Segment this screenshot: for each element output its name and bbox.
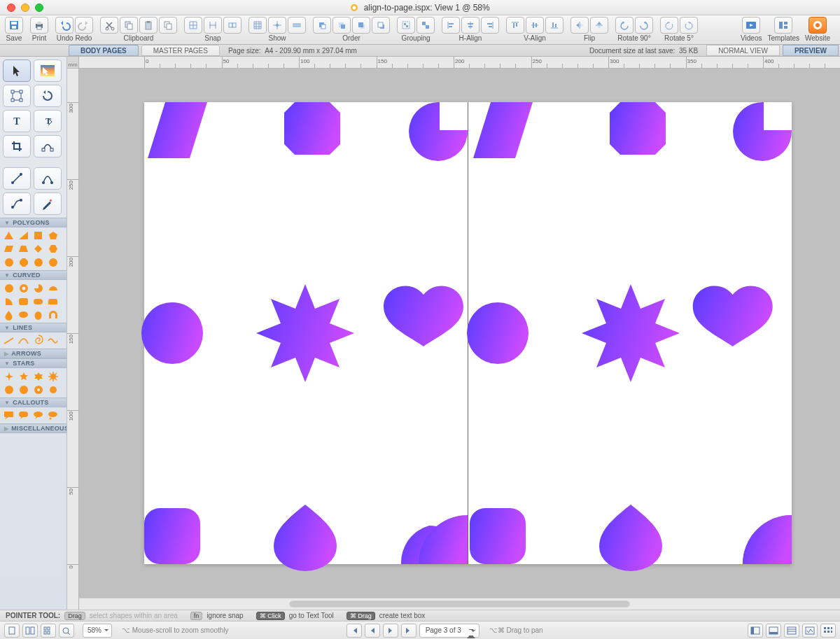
shape-donut-icon[interactable] [18,283,29,293]
copy-button[interactable] [120,17,138,34]
flip-h-button[interactable] [570,17,589,34]
shape-pentagon-icon[interactable] [47,230,59,241]
print-button[interactable] [30,17,48,34]
text-tool[interactable]: T [3,110,31,132]
zoom-select[interactable]: 58% [83,624,112,638]
direct-select-tool[interactable] [34,59,62,82]
shape-diamond-icon[interactable] [32,244,44,254]
shape-callout-cloud-icon[interactable] [47,410,59,421]
transform-tool[interactable] [3,85,31,107]
website-button[interactable] [808,17,827,34]
shape-right-triangle-icon[interactable] [18,230,29,241]
view-single-button[interactable] [4,624,20,638]
pencil-tool[interactable] [34,192,62,215]
shape-burst-icon[interactable] [47,371,59,381]
send-backward-button[interactable] [352,17,370,34]
panel-2-button[interactable] [766,624,781,638]
palette-stars-header[interactable]: ▼STARS [0,358,66,368]
panel-1-button[interactable] [748,624,763,638]
bring-front-button[interactable] [313,17,331,34]
shape-circle-icon[interactable] [3,283,15,293]
shape-star4-icon[interactable] [3,371,15,381]
shape-octagon-icon[interactable] [18,257,29,267]
next-page-button[interactable] [383,624,398,638]
shape-heptagon-icon[interactable] [3,257,15,267]
pointer-tool[interactable] [3,59,31,82]
shape-callout-oval-icon[interactable] [32,410,44,421]
shape-wave-icon[interactable] [47,335,59,346]
tab-master-pages[interactable]: MASTER PAGES [141,45,220,56]
templates-button[interactable] [774,17,792,34]
shape-half-circle-icon[interactable] [47,283,59,293]
page-select[interactable]: Page 3 of 3 [419,624,479,638]
shape-star6-icon[interactable] [32,371,44,381]
palette-curved-header[interactable]: ▼CURVED [0,270,66,280]
duplicate-button[interactable] [159,17,177,34]
rotate-cw90-button[interactable] [635,17,653,34]
show-rulers-button[interactable] [288,17,306,34]
palette-misc-header[interactable]: ▶MISCELLANEOUS [0,423,66,433]
shape-quarter-icon[interactable] [3,296,15,307]
shape-rounded-rect-icon[interactable] [18,296,29,307]
shape-trapezoid-icon[interactable] [18,244,29,254]
view-multi-button[interactable] [41,624,56,638]
shape-pie-icon[interactable] [32,283,44,293]
rotate-cw5-button[interactable] [680,17,698,34]
shape-nonagon-icon[interactable] [32,257,44,267]
tab-body-pages[interactable]: BODY PAGES [69,45,139,56]
undo-button[interactable] [55,17,74,34]
vertical-ruler[interactable]: 300250200150100500 [67,69,79,610]
valign-bottom-button[interactable] [545,17,564,34]
view-facing-button[interactable] [22,624,38,638]
shape-drop-icon[interactable] [3,309,15,320]
shape-triangle-icon[interactable] [3,230,15,241]
shape-square-icon[interactable] [32,230,44,241]
cut-button[interactable] [100,17,118,34]
shape-arch-icon[interactable] [47,309,59,320]
show-grid-button[interactable] [248,17,267,34]
text-path-tool[interactable]: T [34,110,62,132]
palette-polygons-header[interactable]: ▼POLYGONS [0,218,66,227]
shape-arc-icon[interactable] [18,335,29,346]
ungroup-button[interactable] [416,17,435,34]
shape-spiral-icon[interactable] [32,335,44,346]
tab-normal-view[interactable]: NORMAL VIEW [706,45,780,56]
shape-line-icon[interactable] [3,335,15,346]
send-back-button[interactable] [372,17,390,34]
redo-button[interactable] [75,17,93,34]
save-button[interactable] [5,17,23,34]
snap-grid-button[interactable] [184,17,202,34]
first-page-button[interactable] [346,624,362,638]
crop-tool[interactable] [3,135,31,157]
zoom-fit-button[interactable] [59,624,74,638]
rotate-ccw90-button[interactable] [615,17,634,34]
palette-callouts-header[interactable]: ▼CALLOUTS [0,398,66,407]
snap-shapes-button[interactable] [223,17,241,34]
valign-middle-button[interactable] [526,17,544,34]
shape-tab-icon[interactable] [47,296,59,307]
videos-button[interactable] [742,17,760,34]
show-guides-button[interactable] [268,17,286,34]
rotate-tool[interactable] [34,85,62,107]
rotate-ccw5-button[interactable] [660,17,678,34]
halign-center-button[interactable] [461,17,479,34]
horizontal-ruler[interactable]: 050100150200250300350400 [79,57,840,69]
shape-gear-icon[interactable] [32,384,44,395]
valign-top-button[interactable] [506,17,524,34]
prev-page-button[interactable] [365,624,380,638]
line-tool[interactable] [3,167,31,190]
shape-capsule-icon[interactable] [32,296,44,307]
group-button[interactable] [397,17,415,34]
shape-ellipse-icon[interactable] [18,309,29,320]
shape-star5-icon[interactable] [18,371,29,381]
shape-sun-icon[interactable] [47,384,59,395]
panel-3-button[interactable] [784,624,799,638]
arc-tool[interactable] [34,167,62,190]
bring-forward-button[interactable] [332,17,351,34]
halign-left-button[interactable] [442,17,460,34]
last-page-button[interactable] [401,624,416,638]
shape-callout-round-icon[interactable] [18,410,29,421]
canvas-viewport[interactable] [79,69,840,598]
tab-preview[interactable]: PREVIEW [783,45,839,56]
flip-v-button[interactable] [590,17,608,34]
